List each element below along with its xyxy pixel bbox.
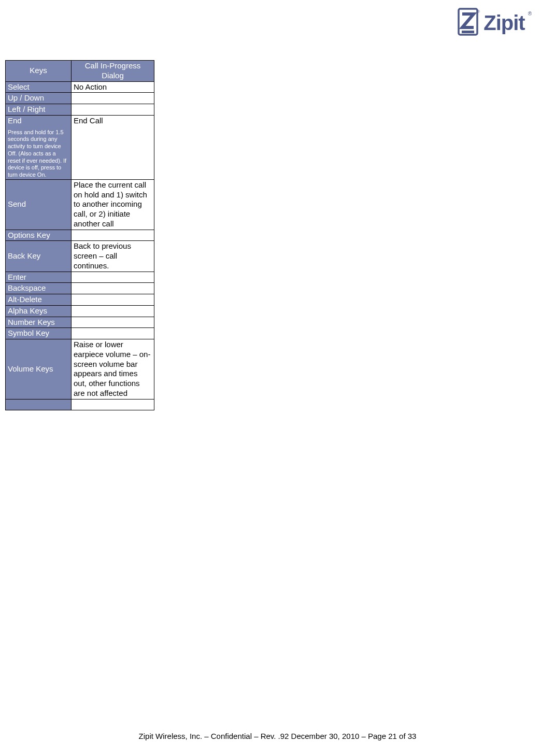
table-row [6,399,154,410]
key-label: Left / Right [8,105,46,113]
value-cell [72,272,154,283]
table-row: SelectNo Action [6,81,154,93]
key-cell: Back Key [6,241,72,272]
key-label: Up / Down [8,93,44,102]
key-label: Alt-Delete [8,295,42,304]
value-cell: Place the current call on hold and 1) sw… [72,179,154,230]
keys-table: Keys Call In-Progress Dialog SelectNo Ac… [5,60,154,410]
header-dialog: Call In-Progress Dialog [72,61,154,82]
table-header-row: Keys Call In-Progress Dialog [6,61,154,82]
zipit-logo-icon: ® [456,8,480,38]
key-cell: Send [6,179,72,230]
key-cell: Symbol Key [6,328,72,339]
svg-rect-1 [462,31,474,33]
table-row: Left / Right [6,104,154,116]
table-row: Backspace [6,283,154,294]
table-row: Options Key [6,230,154,241]
key-label: Back Key [8,251,40,260]
key-label: Number Keys [8,318,55,326]
table-row: Symbol Key [6,328,154,339]
key-cell: EndPress and hold for 1.5 seconds during… [6,115,72,179]
key-label: End [8,116,22,125]
value-cell [72,399,154,410]
value-cell [72,283,154,294]
svg-text:®: ® [477,9,480,14]
header-keys: Keys [6,61,72,82]
value-cell: End Call [72,115,154,179]
key-label: Enter [8,273,26,281]
value-cell: No Action [72,81,154,93]
value-cell [72,317,154,328]
page-footer: Zipit Wireless, Inc. – Confidential – Re… [0,732,555,740]
key-cell: Number Keys [6,317,72,328]
table-row: EndPress and hold for 1.5 seconds during… [6,115,154,179]
key-cell: Backspace [6,283,72,294]
key-cell: Alpha Keys [6,305,72,317]
key-label: Alpha Keys [8,306,47,315]
table-row: Alt-Delete [6,294,154,306]
value-cell [72,230,154,241]
key-label: Send [8,199,26,208]
key-cell: Alt-Delete [6,294,72,306]
value-cell [72,93,154,104]
table-row: Enter [6,272,154,283]
brand-name: Zipit [483,11,524,35]
content-area: Keys Call In-Progress Dialog SelectNo Ac… [5,60,154,410]
key-cell: Up / Down [6,93,72,104]
value-cell: Back to previous screen – call continues… [72,241,154,272]
key-label: Symbol Key [8,329,49,337]
key-label: Volume Keys [8,364,53,373]
key-cell: Select [6,81,72,93]
key-note: Press and hold for 1.5 seconds during an… [8,129,69,179]
key-cell: Volume Keys [6,339,72,400]
table-body: SelectNo ActionUp / Down Left / Right En… [6,81,154,410]
value-cell [72,328,154,339]
document-page: ® Zipit ® Keys Call In-Progress Dialog S… [0,0,555,756]
value-cell: Raise or lower earpiece volume – on-scre… [72,339,154,400]
value-cell [72,294,154,306]
key-cell [6,399,72,410]
table-row: Back KeyBack to previous screen – call c… [6,241,154,272]
brand-logo: ® Zipit ® [456,8,532,38]
key-cell: Options Key [6,230,72,241]
key-label: Backspace [8,283,46,292]
key-cell: Left / Right [6,104,72,116]
footer-text: Zipit Wireless, Inc. – Confidential – Re… [139,732,417,740]
table-row: Up / Down [6,93,154,104]
table-row: Number Keys [6,317,154,328]
key-cell: Enter [6,272,72,283]
key-label: Options Key [8,231,50,239]
value-cell [72,305,154,317]
value-cell [72,104,154,116]
registered-mark: ® [528,11,532,17]
key-label: Select [8,82,30,91]
table-row: Alpha Keys [6,305,154,317]
table-row: SendPlace the current call on hold and 1… [6,179,154,230]
table-row: Volume KeysRaise or lower earpiece volum… [6,339,154,400]
